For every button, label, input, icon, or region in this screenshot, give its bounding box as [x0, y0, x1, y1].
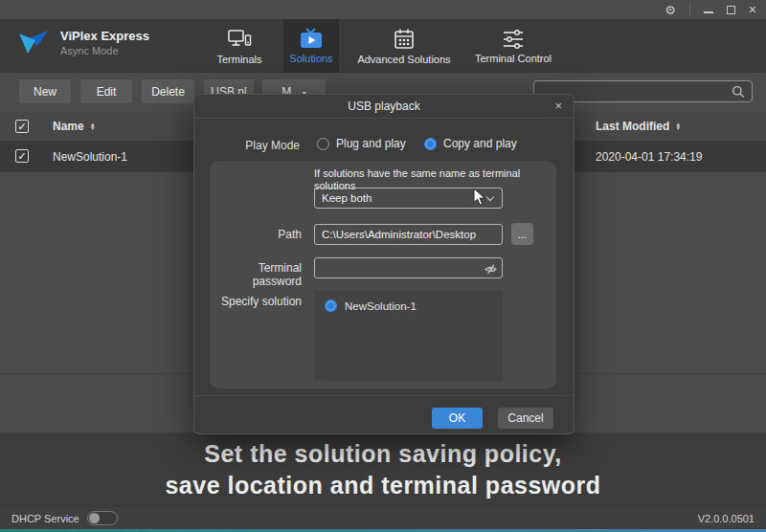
path-label: Path — [210, 228, 302, 241]
dialog-titlebar: USB playback × — [194, 95, 574, 119]
tab-solutions-label: Solutions — [289, 53, 332, 64]
window-titlebar: ⚙ × — [0, 0, 766, 19]
caption-band: Set the solution saving policy, save loc… — [0, 432, 766, 507]
delete-button[interactable]: Delete — [142, 79, 194, 103]
viplex-express-window: ⚙ × ViPlex Express Async Mode — [0, 0, 766, 532]
sliders-icon — [502, 29, 525, 50]
app-title-block: ViPlex Express Async Mode — [60, 29, 149, 56]
tab-advanced-solutions[interactable]: Advanced Solutions — [347, 19, 462, 73]
tab-advanced-solutions-label: Advanced Solutions — [357, 54, 450, 65]
usb-playback-dialog: USB playback × Play Mode Plug and play C… — [193, 94, 574, 434]
last-modified-cell: 2020-04-01 17:34:19 — [596, 150, 702, 164]
maximize-button[interactable] — [727, 6, 735, 14]
close-window-button[interactable]: × — [749, 3, 756, 16]
tab-solutions[interactable]: Solutions — [283, 19, 339, 73]
edit-button[interactable]: Edit — [80, 79, 132, 103]
toggle-knob — [89, 513, 100, 523]
calendar-icon — [393, 28, 416, 51]
browse-button[interactable]: ... — [511, 223, 533, 245]
titlebar-divider — [689, 4, 690, 15]
status-bar: DHCP Service V2.0.0.0501 — [0, 507, 766, 529]
version-label: V2.0.0.0501 — [698, 513, 755, 524]
terminal-password-input[interactable] — [314, 257, 503, 278]
row-checkbox[interactable]: ✓ — [15, 149, 29, 163]
eye-off-icon[interactable] — [484, 262, 497, 279]
radio-copy-and-play[interactable]: Copy and play — [424, 137, 517, 150]
app-header: ViPlex Express Async Mode Terminals Solu… — [0, 19, 766, 73]
tab-terminals-label: Terminals — [216, 54, 261, 65]
sort-icon[interactable]: ▲▼ — [90, 122, 96, 130]
search-icon[interactable] — [732, 85, 745, 99]
radio-circle-selected — [325, 299, 337, 312]
dialog-title: USB playback — [348, 100, 419, 113]
minimize-button[interactable] — [704, 11, 713, 13]
radio-plug-and-play[interactable]: Plug and play — [317, 137, 406, 150]
conflict-policy-value: Keep both — [322, 192, 372, 204]
app-mode: Async Mode — [60, 45, 149, 56]
viplex-logo-icon — [15, 28, 52, 56]
ok-button[interactable]: OK — [432, 408, 483, 429]
path-input[interactable] — [314, 224, 503, 245]
solution-list-item[interactable]: NewSolution-1 — [314, 291, 503, 312]
sort-icon[interactable]: ▲▼ — [675, 122, 681, 130]
select-all-checkbox[interactable]: ✓ — [15, 120, 29, 133]
solution-item-label: NewSolution-1 — [345, 300, 417, 312]
saving-policy-panel: If solutions have the same name as termi… — [210, 161, 556, 388]
solutions-play-icon — [299, 28, 324, 50]
dhcp-service-toggle[interactable] — [87, 511, 118, 525]
app-title: ViPlex Express — [60, 29, 149, 43]
dialog-close-icon[interactable]: × — [554, 100, 562, 112]
solution-name-cell: NewSolution-1 — [53, 150, 127, 164]
radio-circle-selected — [424, 138, 437, 150]
play-mode-label: Play Mode — [194, 139, 300, 152]
solution-list: NewSolution-1 — [314, 291, 503, 381]
play-mode-row: Play Mode Plug and play Copy and play — [194, 137, 574, 154]
app-brand: ViPlex Express Async Mode — [15, 28, 149, 56]
tab-terminals[interactable]: Terminals — [201, 19, 278, 73]
column-header-last-modified[interactable]: Last Modified — [596, 120, 669, 133]
mouse-cursor — [473, 188, 488, 207]
terminals-monitor-icon — [227, 28, 252, 51]
settings-gear-icon[interactable]: ⚙ — [665, 4, 676, 16]
column-header-name[interactable]: Name — [53, 120, 84, 133]
caption-line-1: Set the solution saving policy, — [204, 438, 561, 470]
specify-solution-label: Specify solution — [210, 295, 302, 308]
tab-terminal-control-label: Terminal Control — [475, 53, 552, 64]
dhcp-service-label: DHCP Service — [11, 513, 79, 524]
radio-plug-and-play-label: Plug and play — [336, 137, 406, 150]
new-button[interactable]: New — [19, 79, 71, 103]
dialog-footer: OK Cancel — [194, 395, 574, 435]
radio-copy-and-play-label: Copy and play — [443, 137, 517, 150]
radio-circle — [317, 138, 329, 150]
caption-line-2: save location and terminal password — [165, 470, 600, 501]
terminal-password-wrap — [314, 257, 503, 278]
cancel-button[interactable]: Cancel — [498, 408, 553, 429]
terminal-password-label: Terminal password — [210, 261, 302, 288]
tab-terminal-control[interactable]: Terminal Control — [461, 19, 566, 73]
